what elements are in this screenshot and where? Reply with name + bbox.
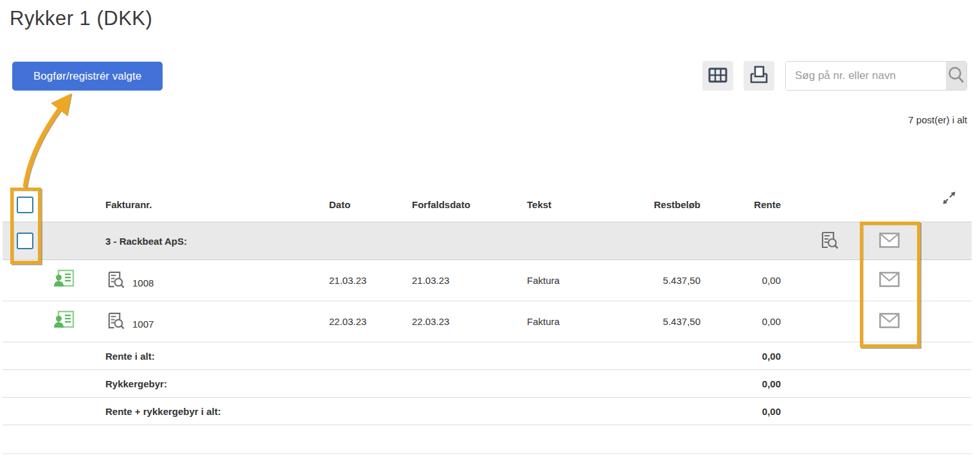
invoice-due-date: 22.03.23 bbox=[411, 316, 524, 327]
customer-card-icon[interactable] bbox=[53, 310, 75, 333]
summary-value: 0,00 bbox=[700, 406, 781, 417]
invoice-text: Faktura bbox=[524, 316, 600, 327]
customer-group-row: 3 - Rackbeat ApS: bbox=[3, 222, 972, 260]
post-register-selected-button[interactable]: Bogfør/registrér valgte bbox=[12, 62, 163, 91]
summary-label: Rente i alt: bbox=[99, 351, 327, 362]
summary-label: Rykkergebyr: bbox=[99, 378, 327, 389]
view-invoice-icon[interactable] bbox=[105, 270, 125, 292]
preview-reminder-icon[interactable] bbox=[819, 230, 839, 252]
invoice-number: 1008 bbox=[132, 278, 154, 288]
col-header-text: Tekst bbox=[524, 199, 600, 210]
invoice-number: 1007 bbox=[132, 319, 154, 330]
bottom-divider bbox=[3, 454, 972, 454]
customer-group-label: 3 - Rackbeat ApS: bbox=[99, 236, 327, 247]
summary-label: Rente + rykkergebyr i alt: bbox=[99, 406, 327, 417]
col-header-remaining: Restbeløb bbox=[600, 199, 700, 210]
print-button[interactable] bbox=[744, 61, 774, 91]
invoice-text: Faktura bbox=[524, 275, 600, 286]
page-title: Rykker 1 (DKK) bbox=[10, 7, 152, 30]
summary-value: 0,00 bbox=[700, 351, 781, 362]
summary-row-grand-total: Rente + rykkergebyr i alt: 0,00 bbox=[3, 398, 972, 425]
send-email-icon[interactable] bbox=[879, 233, 900, 250]
customer-card-icon[interactable] bbox=[53, 269, 75, 292]
view-invoice-icon[interactable] bbox=[105, 311, 125, 333]
select-all-checkbox[interactable] bbox=[17, 197, 33, 213]
expand-table-icon[interactable] bbox=[941, 189, 958, 209]
send-email-icon[interactable] bbox=[879, 313, 900, 330]
invoice-date: 22.03.23 bbox=[327, 316, 411, 327]
records-count: 7 post(er) i alt bbox=[908, 114, 967, 125]
table-view-icon bbox=[707, 65, 729, 87]
summary-value: 0,00 bbox=[700, 378, 781, 389]
col-header-date: Dato bbox=[327, 199, 411, 210]
invoice-remaining: 5.437,50 bbox=[600, 316, 700, 327]
invoice-due-date: 21.03.23 bbox=[411, 275, 524, 286]
print-icon bbox=[748, 65, 770, 87]
reminders-table: Fakturanr. Dato Forfaldsdato Tekst Restb… bbox=[3, 188, 972, 425]
invoice-remaining: 5.437,50 bbox=[600, 275, 700, 286]
invoice-row: 1008 21.03.23 21.03.23 Faktura 5.437,50 … bbox=[3, 260, 972, 301]
table-header-row: Fakturanr. Dato Forfaldsdato Tekst Restb… bbox=[3, 188, 972, 222]
summary-row-reminder-fee: Rykkergebyr: 0,00 bbox=[3, 370, 972, 398]
search-icon bbox=[947, 65, 966, 87]
search-box bbox=[785, 61, 967, 91]
table-view-button[interactable] bbox=[702, 61, 733, 91]
invoice-interest: 0,00 bbox=[700, 316, 781, 327]
summary-row-interest-total: Rente i alt: 0,00 bbox=[3, 342, 972, 370]
select-customer-checkbox[interactable] bbox=[17, 233, 33, 249]
col-header-interest: Rente bbox=[700, 199, 781, 210]
col-header-invoice: Fakturanr. bbox=[99, 199, 327, 210]
invoice-row: 1007 22.03.23 22.03.23 Faktura 5.437,50 … bbox=[3, 301, 972, 342]
search-button[interactable] bbox=[946, 62, 967, 90]
invoice-interest: 0,00 bbox=[700, 275, 781, 286]
invoice-date: 21.03.23 bbox=[327, 275, 411, 286]
send-email-icon[interactable] bbox=[879, 272, 900, 289]
col-header-due-date: Forfaldsdato bbox=[411, 199, 524, 210]
search-input[interactable] bbox=[786, 62, 946, 90]
reminders-page: Rykker 1 (DKK) Bogfør/registrér valgte bbox=[0, 0, 980, 467]
